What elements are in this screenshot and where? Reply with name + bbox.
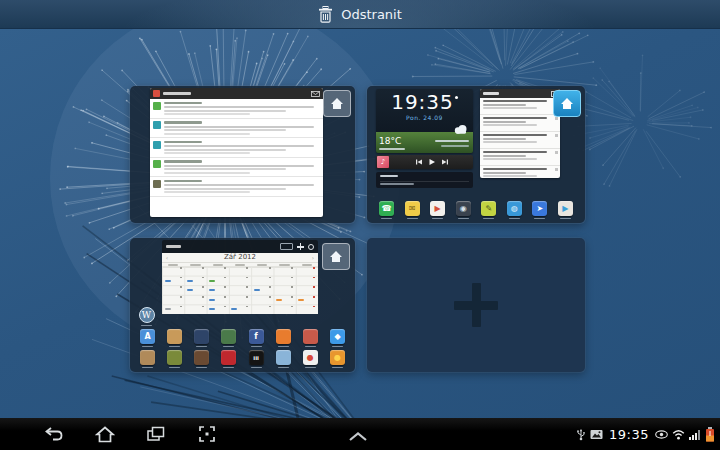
home-button-page-2-active[interactable] (553, 90, 581, 117)
feed-widget-header (150, 88, 323, 99)
photos-icon (302, 329, 319, 347)
calendar-date-mark (180, 267, 182, 269)
home-icon (329, 250, 343, 263)
back-icon (44, 427, 64, 442)
camera-icon: ◉ (455, 201, 472, 219)
calendar-date-mark (224, 277, 226, 279)
cloud-icon (453, 125, 468, 134)
calendar-date-mark (313, 286, 315, 288)
calendar-date-mark (246, 296, 248, 298)
dropbox-icon: ◆ (329, 329, 346, 347)
status-time: 19:35 (609, 427, 649, 442)
smart-stay-eye-icon (655, 430, 668, 439)
wordpress-shortcut: W (138, 307, 155, 326)
home-page-thumbnail-1[interactable] (130, 86, 355, 223)
music-player-widget: ♪ (376, 155, 473, 169)
remove-drop-zone[interactable]: Odstranit (0, 0, 720, 29)
chevron-up-icon (348, 431, 368, 442)
calendar-date-mark (202, 277, 204, 279)
album-art: ♪ (377, 156, 389, 168)
email-row (480, 132, 560, 149)
home-button-page-3[interactable] (322, 243, 350, 270)
recent-apps-button[interactable] (144, 424, 168, 444)
calendar-date-mark (246, 306, 248, 308)
wordpress-icon: W (139, 307, 155, 323)
mini-apps-button[interactable] (348, 427, 368, 446)
game-tan-icon (139, 350, 156, 368)
calendar-date-mark (202, 306, 204, 308)
calendar-date-mark (180, 306, 182, 308)
screenshot-notification-icon (590, 429, 603, 440)
calendar-date-mark (291, 267, 293, 269)
security-icon (193, 329, 210, 347)
alarm-dot-icon (455, 96, 458, 99)
calendar-event-mark (165, 280, 171, 282)
feed-widget-body (150, 99, 323, 197)
envelope-icon (311, 91, 320, 97)
calendar-event-mark (209, 299, 215, 301)
app-dock-row: ☎✉▶◉✎◍➤▶ (378, 201, 574, 219)
weather-strip: 18°C (376, 132, 473, 153)
calendar-date-mark (180, 296, 182, 298)
feed-item (150, 138, 323, 158)
play-store-icon: ▶ (557, 201, 574, 219)
trash-icon (318, 6, 333, 23)
email-row (480, 166, 560, 178)
calendar-date-mark (246, 267, 248, 269)
feed-item (150, 119, 323, 139)
app-grid-row-2: III●● (139, 350, 346, 368)
music-player-icon: ▶ (429, 201, 446, 219)
email-widget (480, 89, 560, 178)
email-widget-header (480, 89, 560, 98)
add-page-plus-icon (454, 283, 498, 327)
temperature: 18°C (379, 136, 401, 146)
calendar-date-mark (291, 306, 293, 308)
news-red-icon (220, 350, 237, 368)
home-screen-edit-mode: Odstranit 19:35 P (0, 0, 720, 450)
home-page-thumbnail-2[interactable]: 19:35 Pon. 24.09 18°C ♪ (367, 86, 585, 223)
home-button[interactable] (93, 424, 117, 444)
clock-time: 19:35 (376, 90, 473, 114)
status-tray[interactable]: 19:35 (576, 418, 715, 450)
home-button-page-1[interactable] (323, 90, 351, 117)
system-navbar: 19:35 (0, 418, 720, 450)
info-list-widget (376, 172, 473, 188)
calendar-date-mark (313, 296, 315, 298)
add-event-icon (297, 243, 304, 250)
home-page-thumbnail-3[interactable]: ‹ Zář 2012 › W Af◆ III●● (130, 238, 355, 372)
ball-orange-icon: ● (329, 350, 346, 368)
calendar-month-title: Zář 2012 (172, 253, 308, 262)
calendar-date-mark (291, 286, 293, 288)
gallery-icon (220, 329, 237, 347)
calendar-date-mark (269, 286, 271, 288)
calendar-date-mark (246, 277, 248, 279)
calendar-date-mark (224, 296, 226, 298)
calendar-date-mark (269, 296, 271, 298)
add-page-panel[interactable] (367, 238, 585, 372)
email-widget-body (480, 98, 560, 178)
feed-app-icon (153, 90, 160, 97)
email-row (480, 115, 560, 132)
calendar-date-mark (224, 267, 226, 269)
calendar-date-mark (202, 286, 204, 288)
calendar-date-mark (224, 306, 226, 308)
clock-weather-widget: 19:35 Pon. 24.09 18°C (376, 89, 473, 153)
email-title-placeholder (483, 92, 499, 95)
calendar-date-mark (202, 267, 204, 269)
previous-track-icon (416, 159, 422, 165)
screenshot-button[interactable] (195, 424, 219, 444)
recent-apps-icon (146, 426, 166, 442)
settings-gear-icon (308, 244, 314, 250)
weather-text-placeholder (435, 140, 469, 142)
signal-strength-icon (689, 429, 701, 440)
calendar-event-mark (276, 299, 282, 301)
calendar-event-mark (187, 289, 193, 291)
battery-icon (705, 427, 715, 442)
calendar-date-mark (269, 267, 271, 269)
screen-capture-icon (198, 425, 216, 443)
dandelion-wallpaper-art (0, 28, 720, 418)
calendar-date-mark (269, 277, 271, 279)
email-icon: ✉ (404, 201, 421, 219)
back-button[interactable] (42, 424, 66, 444)
feed-title-placeholder (163, 92, 191, 96)
